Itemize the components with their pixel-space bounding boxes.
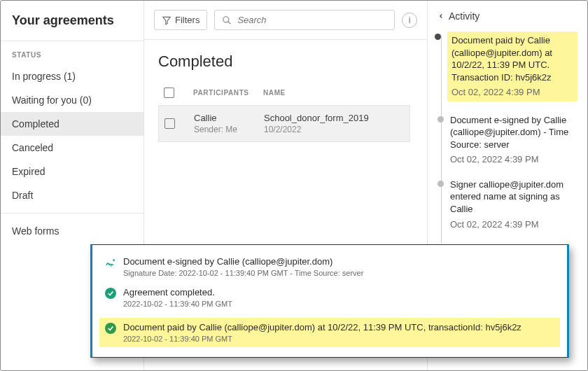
- status-list: In progress (1) Waiting for you (0) Comp…: [1, 64, 144, 207]
- sidebar-header: Your agreements: [1, 1, 144, 41]
- search-icon: [222, 15, 232, 25]
- audit-subtitle: 2022-10-02 - 11:39:40 PM GMT: [123, 335, 554, 343]
- sidebar-item-label: Canceled: [12, 142, 53, 153]
- content-heading: Completed: [158, 52, 410, 71]
- activity-item[interactable]: Document e-signed by Callie (calliope@ju…: [450, 114, 578, 166]
- sidebar-item-label: Web forms: [12, 225, 59, 237]
- sidebar-item-web-forms[interactable]: Web forms: [1, 219, 144, 243]
- timeline-dot-icon: [438, 181, 444, 187]
- check-circle-icon: [105, 288, 116, 299]
- svg-line-2: [228, 21, 231, 24]
- svg-point-1: [223, 16, 229, 22]
- sidebar-item-canceled[interactable]: Canceled: [1, 136, 144, 160]
- audit-body: Document paid by Callie (calliope@jupite…: [123, 322, 554, 343]
- info-icon: i: [409, 15, 411, 25]
- activity-item[interactable]: Document paid by Callie (calliope@jupite…: [447, 31, 578, 102]
- page-title: Your agreements: [12, 13, 134, 28]
- sidebar-item-label: Draft: [12, 190, 33, 201]
- activity-header[interactable]: Activity: [438, 10, 578, 22]
- activity-title: Activity: [449, 10, 479, 22]
- audit-title: Agreement completed.: [123, 287, 554, 298]
- table-header: PARTICIPANTS NAME: [158, 83, 410, 106]
- activity-text: Signer calliope@jupiter.dom entered name…: [450, 178, 578, 216]
- svg-point-3: [113, 259, 115, 261]
- signature-icon: [105, 257, 116, 268]
- filters-button[interactable]: Filters: [154, 10, 207, 30]
- agreement-name: School_donor_form_2019: [264, 113, 405, 123]
- content-body: Completed PARTICIPANTS NAME Callie Sende…: [144, 40, 427, 142]
- filters-label: Filters: [175, 15, 200, 25]
- timeline-dot-icon: [435, 34, 441, 40]
- table-row[interactable]: Callie Sender: Me School_donor_form_2019…: [158, 106, 410, 142]
- chevron-left-icon: [438, 12, 444, 20]
- activity-text: Document paid by Callie (calliope@jupite…: [451, 34, 573, 83]
- col-participants-header: PARTICIPANTS: [193, 89, 263, 97]
- activity-timeline: Document paid by Callie (calliope@jupite…: [438, 31, 578, 243]
- participants-cell: Callie Sender: Me: [194, 113, 264, 134]
- info-button[interactable]: i: [402, 13, 417, 28]
- activity-time: Oct 02, 2022 4:39 PM: [451, 86, 573, 99]
- status-heading: STATUS: [1, 41, 144, 64]
- sidebar-item-waiting[interactable]: Waiting for you (0): [1, 88, 144, 112]
- sidebar-item-label: Expired: [12, 166, 45, 177]
- col-name-header: NAME: [263, 89, 410, 97]
- audit-report-overlay: Document e-signed by Callie (calliope@ju…: [90, 244, 569, 358]
- audit-subtitle: Signature Date: 2022-10-02 - 11:39:40 PM…: [123, 269, 554, 277]
- sidebar-item-draft[interactable]: Draft: [1, 183, 144, 207]
- activity-item[interactable]: Signer calliope@jupiter.dom entered name…: [450, 178, 578, 230]
- audit-entry: Agreement completed. 2022-10-02 - 11:39:…: [105, 287, 554, 308]
- col-checkbox: [158, 88, 193, 98]
- activity-time: Oct 02, 2022 4:39 PM: [450, 218, 578, 231]
- audit-body: Agreement completed. 2022-10-02 - 11:39:…: [123, 287, 554, 308]
- audit-subtitle: 2022-10-02 - 11:39:40 PM GMT: [123, 300, 554, 308]
- sidebar-item-expired[interactable]: Expired: [1, 160, 144, 183]
- sidebar-item-in-progress[interactable]: In progress (1): [1, 64, 144, 88]
- name-cell: School_donor_form_2019 10/2/2022: [264, 113, 405, 134]
- participant-sender: Sender: Me: [194, 125, 264, 134]
- row-checkbox[interactable]: [164, 118, 175, 129]
- row-checkbox-cell: [159, 118, 194, 129]
- activity-text: Document e-signed by Callie (calliope@ju…: [450, 114, 578, 151]
- audit-title: Document paid by Callie (calliope@jupite…: [123, 322, 554, 332]
- audit-entry-highlighted: Document paid by Callie (calliope@jupite…: [99, 318, 560, 347]
- audit-title: Document e-signed by Callie (calliope@ju…: [123, 256, 554, 267]
- check-circle-icon: [105, 323, 116, 334]
- divider: [1, 213, 144, 214]
- timeline-dot-icon: [438, 116, 444, 122]
- sidebar-item-label: Completed: [12, 118, 59, 130]
- content-header: Filters i: [144, 1, 427, 40]
- svg-marker-0: [163, 17, 171, 24]
- select-all-checkbox[interactable]: [164, 88, 174, 98]
- audit-entry: Document e-signed by Callie (calliope@ju…: [105, 256, 554, 277]
- filter-icon: [162, 15, 172, 25]
- search-wrap[interactable]: [214, 10, 395, 30]
- sidebar-item-completed[interactable]: Completed: [1, 112, 144, 136]
- participant-name: Callie: [194, 113, 264, 123]
- sidebar-item-label: Waiting for you (0): [12, 94, 92, 106]
- agreement-date: 10/2/2022: [264, 125, 405, 134]
- sidebar-item-label: In progress (1): [12, 71, 76, 82]
- audit-body: Document e-signed by Callie (calliope@ju…: [123, 256, 554, 277]
- activity-time: Oct 02, 2022 4:39 PM: [450, 153, 578, 166]
- status-list-secondary: Web forms: [1, 219, 144, 243]
- search-input[interactable]: [237, 15, 387, 25]
